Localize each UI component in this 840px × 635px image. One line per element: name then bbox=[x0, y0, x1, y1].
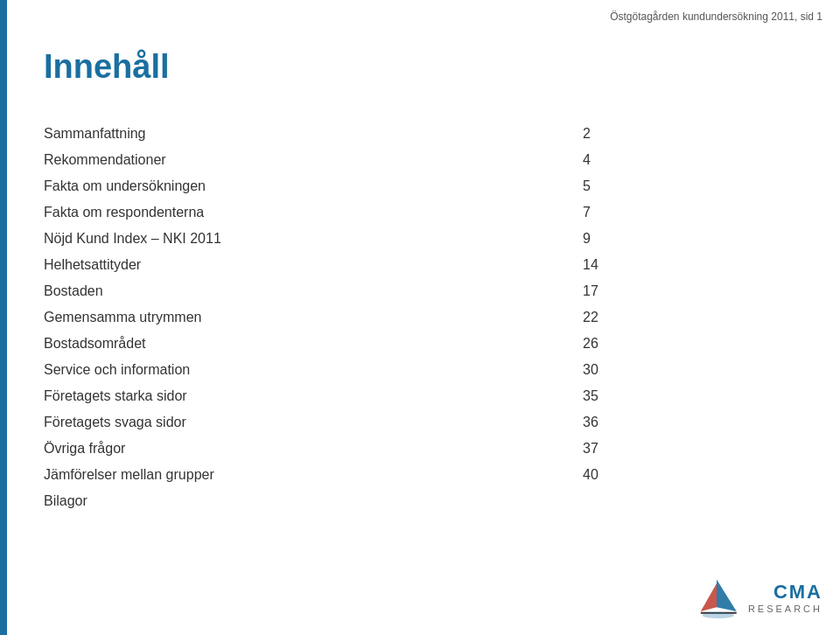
toc-row: Fakta om respondenterna7 bbox=[44, 199, 814, 226]
toc-item-label: Fakta om undersökningen bbox=[44, 173, 583, 199]
toc-row: Rekommendationer4 bbox=[44, 147, 814, 173]
svg-marker-0 bbox=[717, 580, 737, 611]
toc-item-page: 37 bbox=[583, 436, 814, 462]
toc-item-page: 4 bbox=[583, 147, 814, 173]
toc-item-page bbox=[583, 488, 814, 514]
toc-item-page: 5 bbox=[583, 173, 814, 199]
toc-item-label: Företagets svaga sidor bbox=[44, 409, 583, 436]
main-content: Innehåll Sammanfattning2Rekommendationer… bbox=[44, 48, 814, 514]
toc-item-label: Övriga frågor bbox=[44, 436, 583, 462]
toc-row: Service och information30 bbox=[44, 357, 814, 383]
toc-row: Fakta om undersökningen5 bbox=[44, 173, 814, 199]
toc-item-page: 2 bbox=[583, 121, 814, 147]
toc-item-label: Bostaden bbox=[44, 278, 583, 304]
toc-item-page: 9 bbox=[583, 226, 814, 252]
toc-table: Sammanfattning2Rekommendationer4Fakta om… bbox=[44, 121, 814, 514]
toc-item-page: 36 bbox=[583, 409, 814, 436]
logo-text: CMA RESEARCH bbox=[748, 581, 822, 614]
svg-point-3 bbox=[703, 612, 734, 618]
toc-item-label: Bilagor bbox=[44, 488, 583, 514]
logo-research-label: RESEARCH bbox=[748, 604, 822, 614]
toc-row: Bilagor bbox=[44, 488, 814, 514]
logo-cma-label: CMA bbox=[774, 581, 822, 604]
page-title: Innehåll bbox=[44, 48, 814, 86]
toc-row: Bostadsområdet26 bbox=[44, 331, 814, 357]
toc-item-page: 26 bbox=[583, 331, 814, 357]
toc-row: Företagets starka sidor35 bbox=[44, 383, 814, 409]
left-accent-bar bbox=[0, 0, 7, 635]
toc-row: Gemensamma utrymmen22 bbox=[44, 304, 814, 331]
toc-item-label: Rekommendationer bbox=[44, 147, 583, 173]
cma-logo-icon bbox=[690, 576, 743, 619]
logo-container: CMA RESEARCH bbox=[690, 576, 822, 619]
toc-row: Jämförelser mellan grupper40 bbox=[44, 462, 814, 488]
toc-row: Sammanfattning2 bbox=[44, 121, 814, 147]
header-text: Östgötagården kundundersökning 2011, sid… bbox=[610, 10, 822, 23]
page-header: Östgötagården kundundersökning 2011, sid… bbox=[610, 10, 822, 23]
toc-item-label: Helhetsattityder bbox=[44, 252, 583, 278]
toc-item-page: 30 bbox=[583, 357, 814, 383]
toc-item-label: Nöjd Kund Index – NKI 2011 bbox=[44, 226, 583, 252]
toc-item-label: Bostadsområdet bbox=[44, 331, 583, 357]
toc-row: Nöjd Kund Index – NKI 20119 bbox=[44, 226, 814, 252]
toc-item-label: Företagets starka sidor bbox=[44, 383, 583, 409]
toc-item-page: 22 bbox=[583, 304, 814, 331]
toc-row: Helhetsattityder14 bbox=[44, 252, 814, 278]
toc-item-label: Fakta om respondenterna bbox=[44, 199, 583, 226]
toc-row: Företagets svaga sidor36 bbox=[44, 409, 814, 436]
toc-item-page: 17 bbox=[583, 278, 814, 304]
svg-marker-1 bbox=[701, 583, 717, 611]
toc-item-page: 40 bbox=[583, 462, 814, 488]
toc-item-label: Sammanfattning bbox=[44, 121, 583, 147]
toc-item-page: 35 bbox=[583, 383, 814, 409]
toc-row: Bostaden17 bbox=[44, 278, 814, 304]
toc-item-page: 14 bbox=[583, 252, 814, 278]
toc-row: Övriga frågor37 bbox=[44, 436, 814, 462]
toc-item-label: Jämförelser mellan grupper bbox=[44, 462, 583, 488]
toc-item-label: Gemensamma utrymmen bbox=[44, 304, 583, 331]
toc-item-page: 7 bbox=[583, 199, 814, 226]
toc-item-label: Service och information bbox=[44, 357, 583, 383]
